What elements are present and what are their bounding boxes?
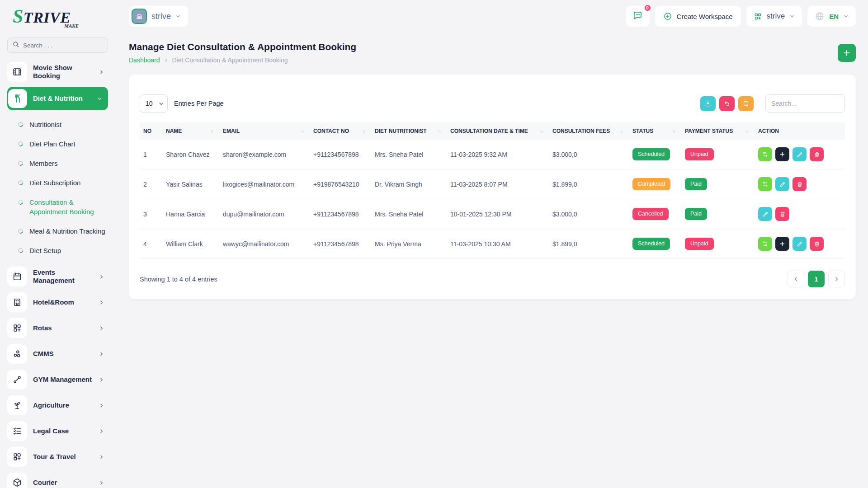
sidebar-item-gym-management[interactable]: GYM Management	[7, 369, 108, 390]
table-tools	[700, 94, 845, 113]
column-header-consultation-fees[interactable]: CONSULTATION FEES↑↓	[549, 122, 629, 140]
brand-logo-s: S	[13, 6, 24, 27]
workspace-switcher[interactable]: strive	[746, 6, 802, 27]
title-row: Manage Diet Consultation & Appointment B…	[129, 42, 856, 64]
cell-no: 4	[140, 229, 162, 259]
pagination-page-1-button[interactable]: 1	[808, 271, 825, 287]
sidebar-item-legal-case[interactable]: Legal Case	[7, 420, 108, 442]
entries-per-page-label: Entries Per Page	[174, 100, 224, 107]
delete-action-button[interactable]	[793, 177, 807, 191]
breadcrumb-dashboard-link[interactable]: Dashboard	[129, 56, 160, 64]
brand-logo[interactable]: STRIVE MAKE	[13, 8, 85, 28]
edit-action-button[interactable]	[793, 237, 807, 251]
sort-icon: ↑↓	[438, 129, 443, 134]
cell-datetime: 11-03-2025 10:30 AM	[447, 229, 549, 259]
sidebar-item-label: Movie Show Booking	[33, 64, 93, 80]
sidebar-subitem-diet-plan-chart[interactable]: Diet Plan Chart	[7, 134, 108, 154]
sort-icon: ↑↓	[745, 129, 751, 134]
pagination-next-button[interactable]	[828, 271, 845, 287]
refresh-button[interactable]	[738, 96, 754, 111]
cell-contact: +911234567898	[310, 229, 371, 259]
column-header-name[interactable]: NAME↑↓	[162, 122, 219, 140]
sidebar-item-label: Events Management	[33, 268, 93, 285]
sort-icon: ↑↓	[540, 129, 545, 134]
checklist-icon	[7, 421, 27, 441]
diet-nutrition-submenu: Nutritionist Diet Plan Chart Members Die…	[7, 115, 108, 260]
sidebar-item-rotas[interactable]: Rotas	[7, 317, 108, 339]
reschedule-action-button[interactable]	[758, 177, 772, 191]
sidebar-item-tour-travel[interactable]: Tour & Travel	[7, 446, 108, 468]
column-header-payment-status[interactable]: PAYMENT STATUS↑↓	[681, 122, 755, 140]
sidebar-item-cmms[interactable]: CMMS	[7, 343, 108, 365]
delete-action-button[interactable]	[775, 207, 789, 221]
sidebar-subitem-diet-subscription[interactable]: Diet Subscription	[7, 173, 108, 192]
edit-action-button[interactable]	[793, 147, 807, 161]
pagination-prev-button[interactable]	[788, 271, 804, 287]
sidebar-search[interactable]	[7, 38, 108, 53]
cell-email: wawyc@mailinator.com	[219, 229, 310, 259]
workspace-building-icon	[132, 9, 147, 24]
sidebar-item-events-management[interactable]: Events Management	[7, 266, 108, 287]
sidebar-subitem-consultation-appointment-booking[interactable]: Consultation & Appointment Booking	[7, 192, 108, 221]
sidebar-item-label: Courier	[33, 479, 93, 487]
sidebar-subitem-label: Members	[29, 159, 58, 168]
app-root: STRIVE MAKE Movie Show Booking Diet & Nu…	[0, 0, 868, 488]
cell-contact: +911234567898	[310, 199, 371, 229]
edit-action-button[interactable]	[758, 207, 772, 221]
column-header-diet-nutritionist[interactable]: DIET NUTRITIONIST↑↓	[371, 122, 447, 140]
sort-icon: ↑↓	[362, 129, 368, 134]
chevron-right-icon	[99, 351, 104, 357]
sidebar-item-movie-show-booking[interactable]: Movie Show Booking	[7, 61, 108, 83]
reschedule-action-button[interactable]	[758, 147, 772, 161]
undo-button[interactable]	[719, 96, 735, 111]
plus-circle-icon	[663, 12, 672, 21]
column-header-consultation-date-time[interactable]: CONSULTATION DATE & TIME↑↓	[447, 122, 549, 140]
sidebar: STRIVE MAKE Movie Show Booking Diet & Nu…	[0, 0, 115, 488]
sidebar-item-courier[interactable]: Courier	[7, 472, 108, 488]
table-row: 4 William Clark wawyc@mailinator.com +91…	[140, 229, 845, 259]
column-header-contact-no[interactable]: CONTACT NO↑↓	[310, 122, 371, 140]
sidebar-item-label: GYM Management	[33, 375, 93, 384]
status-badge: Cancelled	[632, 208, 669, 220]
edit-action-button[interactable]	[775, 177, 789, 191]
cell-email: sharon@example.com	[219, 140, 310, 169]
workspace-pill[interactable]: strive	[129, 6, 188, 27]
sidebar-subitem-meal-nutrition-tracking[interactable]: Meal & Nutrition Tracking	[7, 221, 108, 241]
cell-name: Hanna Garcia	[162, 199, 219, 229]
chevron-down-icon	[175, 14, 181, 19]
sidebar-subitem-nutritionist[interactable]: Nutritionist	[7, 115, 108, 134]
chevron-right-icon	[99, 428, 104, 434]
sidebar-item-label: Tour & Travel	[33, 453, 93, 461]
sidebar-subitem-label: Consultation & Appointment Booking	[29, 197, 108, 216]
add-new-button[interactable]	[838, 44, 856, 62]
sidebar-subitem-diet-setup[interactable]: Diet Setup	[7, 241, 108, 260]
delete-action-button[interactable]	[810, 237, 824, 251]
column-header-status[interactable]: STATUS↑↓	[629, 122, 681, 140]
column-header-email[interactable]: EMAIL↑↓	[219, 122, 310, 140]
sort-icon: ↑↓	[301, 129, 306, 134]
chevron-right-icon	[99, 274, 104, 280]
sidebar-item-diet-nutrition[interactable]: Diet & Nutrition	[7, 87, 108, 110]
chat-button[interactable]: 0	[626, 6, 650, 27]
create-workspace-button[interactable]: Create Workspace	[655, 6, 741, 27]
cell-datetime: 11-03-2025 9:32 AM	[447, 140, 549, 169]
cell-email: lixogices@mailinator.com	[219, 169, 310, 199]
sidebar-item-hotel-room[interactable]: Hotel&Room	[7, 291, 108, 313]
reschedule-action-button[interactable]	[758, 237, 772, 251]
sidebar-item-agriculture[interactable]: Agriculture	[7, 394, 108, 416]
export-download-button[interactable]	[700, 96, 716, 111]
film-icon	[7, 62, 27, 82]
package-icon	[7, 473, 27, 488]
language-selector[interactable]: EN	[807, 6, 856, 27]
table-search-input[interactable]	[765, 94, 845, 113]
chat-badge: 0	[644, 4, 651, 12]
chevron-right-icon	[99, 377, 104, 383]
entries-per-page-select[interactable]: 10	[140, 94, 168, 113]
chevron-down-icon	[843, 14, 849, 19]
add-action-button[interactable]	[775, 147, 789, 161]
add-action-button[interactable]	[775, 237, 789, 251]
sidebar-search-input[interactable]	[23, 42, 103, 49]
delete-action-button[interactable]	[810, 147, 824, 161]
create-workspace-label: Create Workspace	[677, 13, 733, 20]
sidebar-subitem-members[interactable]: Members	[7, 154, 108, 173]
